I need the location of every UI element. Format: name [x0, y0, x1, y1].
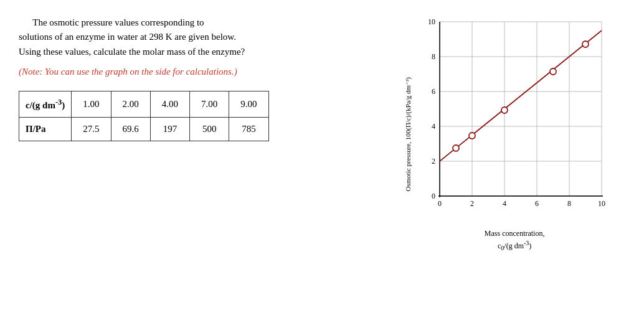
pi-val-4: 500: [190, 117, 229, 141]
chart-container: Osmotic pressure, 100(Π/c)/(kPa/g dm⁻³): [404, 16, 614, 253]
svg-text:8: 8: [567, 199, 571, 208]
data-point-3: [501, 107, 508, 113]
svg-text:8: 8: [432, 52, 435, 61]
left-panel: The osmotic pressure values correspondin…: [19, 12, 386, 141]
data-point-2: [469, 133, 475, 139]
paragraph-text: The osmotic pressure values correspondin…: [19, 17, 245, 57]
col-val-5: 9.00: [229, 91, 268, 117]
svg-text:4: 4: [503, 199, 506, 208]
svg-text:2: 2: [432, 157, 435, 166]
svg-text:0: 0: [438, 199, 442, 208]
svg-text:6: 6: [535, 199, 539, 208]
col-val-2: 2.00: [111, 91, 150, 117]
pi-val-3: 197: [150, 117, 189, 141]
svg-text:10: 10: [428, 17, 435, 26]
col-header-label: c/(g dm-3): [19, 91, 72, 117]
right-panel: Osmotic pressure, 100(Π/c)/(kPa/g dm⁻³): [386, 12, 625, 253]
note-text: (Note: You can use the graph on the side…: [19, 67, 386, 77]
pi-val-5: 785: [229, 117, 268, 141]
x-axis-label: Mass concentration, c0/(g dm-3): [415, 228, 614, 253]
data-point-5: [582, 41, 589, 47]
table-row-header: c/(g dm-3) 1.00 2.00 4.00 7.00 9.00: [19, 91, 269, 117]
chart-area: 10 8 6 4 2 0 0 2 4 6 8 10: [415, 16, 614, 253]
data-point-1: [453, 145, 459, 151]
col-val-1: 1.00: [72, 91, 111, 117]
svg-text:0: 0: [432, 192, 435, 200]
data-table: c/(g dm-3) 1.00 2.00 4.00 7.00 9.00 Π/Pa…: [19, 91, 269, 141]
table-row-data: Π/Pa 27.5 69.6 197 500 785: [19, 117, 269, 141]
row-label-pi: Π/Pa: [19, 117, 72, 141]
svg-text:2: 2: [470, 199, 474, 208]
col-val-3: 4.00: [150, 91, 189, 117]
svg-line-26: [440, 30, 602, 161]
pi-val-2: 69.6: [111, 117, 150, 141]
data-point-4: [550, 68, 556, 75]
svg-text:4: 4: [432, 122, 435, 131]
col-val-4: 7.00: [190, 91, 229, 117]
y-axis-label: Osmotic pressure, 100(Π/c)/(kPa/g dm⁻³): [404, 77, 412, 191]
pi-val-1: 27.5: [72, 117, 111, 141]
svg-text:6: 6: [432, 87, 435, 96]
main-paragraph: The osmotic pressure values correspondin…: [19, 16, 386, 59]
svg-text:10: 10: [598, 199, 605, 208]
chart-svg: 10 8 6 4 2 0 0 2 4 6 8 10: [415, 16, 614, 227]
